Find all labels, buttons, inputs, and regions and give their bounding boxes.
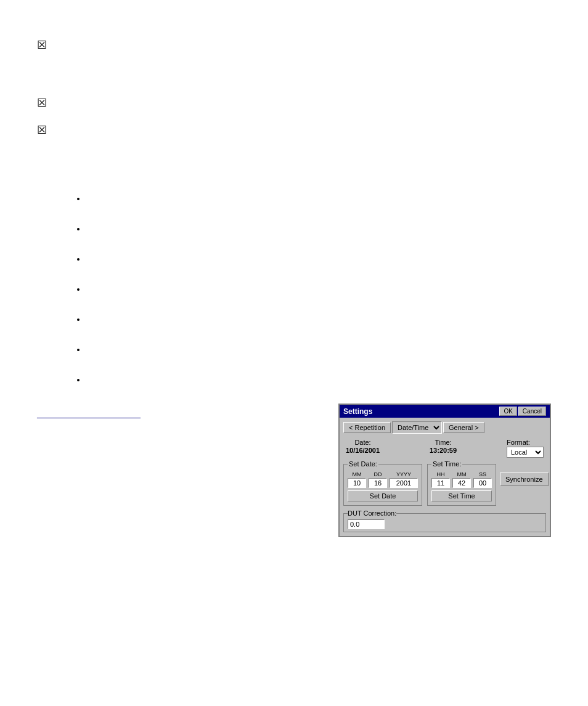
dialog-body: < Repetition Date/Time General > Date: 1… [340,418,550,536]
right-buttons: Synchronize [500,460,549,506]
hh-input[interactable] [431,478,450,488]
time-mm-label: MM [457,471,467,477]
yyyy-input[interactable] [390,478,418,488]
time-mm-input[interactable] [452,478,471,488]
bullet-item-4 [86,283,551,296]
bottom-section: ________________________ Settings OK Can… [37,404,551,537]
current-time-group: Time: 13:20:59 [430,439,457,454]
set-time-legend: Set Time: [431,460,462,468]
set-date-fields: MM DD YYYY [348,471,418,488]
dut-section: DUT Correction: [343,509,546,532]
dialog-titlebar: Settings OK Cancel [340,405,550,418]
bullet-item-7 [86,373,551,386]
ok-button[interactable]: OK [499,407,517,416]
dialog-title: Settings [343,407,372,416]
next-nav-button[interactable]: General > [443,422,484,433]
mm-input[interactable] [348,478,366,488]
set-date-button[interactable]: Set Date [348,490,418,501]
set-time-fieldset: Set Time: HH MM [427,460,496,506]
bullet-item-6 [86,343,551,356]
nav-select-container: Date/Time [392,421,442,434]
bullet-item-1 [86,192,551,205]
cancel-button[interactable]: Cancel [518,407,546,416]
settings-dialog: Settings OK Cancel < Repetition Date/Tim… [338,404,551,537]
mm-label: MM [353,471,362,477]
date-value: 10/16/2001 [346,447,380,454]
bullet-item-2 [86,222,551,235]
time-value: 13:20:59 [430,447,457,454]
nav-select[interactable]: Date/Time [392,421,442,434]
prev-nav-button[interactable]: < Repetition [343,422,391,433]
format-label: Format: [507,439,530,446]
dd-input[interactable] [369,478,387,488]
current-date-group: Date: 10/16/2001 [346,439,380,454]
bullet-item-5 [86,313,551,326]
hh-col: HH [431,471,450,488]
checkbox-row-1: ☒ [37,37,551,52]
ss-col: SS [473,471,492,488]
page-content: ☒ ☒ ☒ ________________________ Settings [0,0,588,574]
set-date-legend: Set Date: [348,460,378,468]
dut-input[interactable] [348,519,385,529]
titlebar-buttons: OK Cancel [499,407,546,416]
dut-legend: DUT Correction: [348,509,396,517]
time-sync-container: Set Time: HH MM [427,460,549,506]
set-time-fields: HH MM SS [431,471,492,488]
bullet-list [37,192,551,386]
link-text[interactable]: ________________________ [37,410,141,419]
checkbox-3[interactable]: ☒ [37,123,49,137]
hh-label: HH [437,471,445,477]
checkbox-row-3: ☒ [37,122,551,137]
dut-fieldset: DUT Correction: [343,509,546,532]
checkbox-row-2: ☒ [37,95,551,110]
time-mm-col: MM [452,471,471,488]
current-values-row: Date: 10/16/2001 Time: 13:20:59 Format: … [343,437,546,460]
checkbox-1[interactable]: ☒ [37,38,49,52]
format-select[interactable]: Local UTC [507,447,544,458]
ss-input[interactable] [473,478,492,488]
lower-section: Set Date: MM DD YYYY [343,460,546,506]
bullet-item-3 [86,253,551,266]
date-label: Date: [354,439,370,446]
set-time-button[interactable]: Set Time [431,490,492,501]
yyyy-label: YYYY [396,471,411,477]
dd-col: DD [369,471,387,488]
bottom-left: ________________________ [37,404,314,420]
format-group: Format: Local UTC [507,439,544,458]
ss-label: SS [479,471,486,477]
dialog-nav: < Repetition Date/Time General > [343,421,546,434]
synchronize-button[interactable]: Synchronize [500,473,549,486]
set-date-fieldset: Set Date: MM DD YYYY [343,460,422,506]
mm-col: MM [348,471,366,488]
dd-label: DD [374,471,382,477]
format-select-container: Local UTC [507,447,544,458]
checkbox-2[interactable]: ☒ [37,96,49,110]
yyyy-col: YYYY [390,471,418,488]
time-label: Time: [435,439,451,446]
